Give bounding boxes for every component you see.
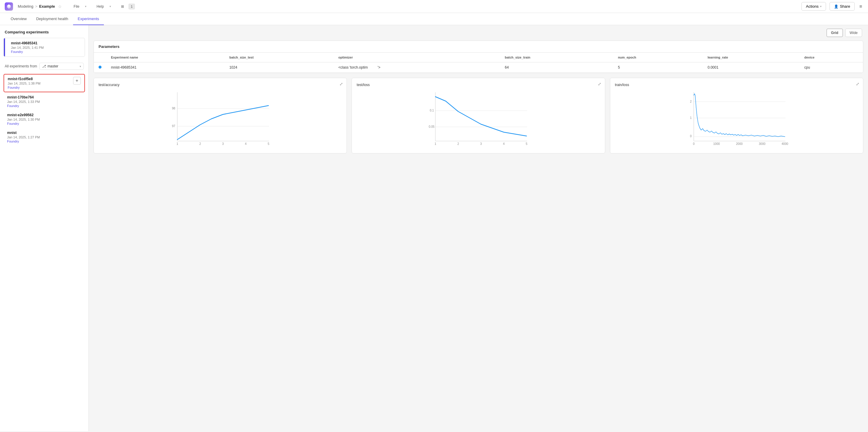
col-experiment-name[interactable]: Experiment name [106, 53, 225, 62]
list-item-date: Jan 14, 2025, 1:33 PM [7, 100, 40, 103]
cell-experiment-name: mnist-49685341 [106, 62, 225, 73]
app-name[interactable]: Modeling [18, 4, 33, 8]
list-item-name: mnist-170be764 [7, 95, 40, 99]
tab-overview[interactable]: Overview [6, 13, 31, 25]
svg-text:4000: 4000 [782, 142, 788, 145]
col-dot [94, 53, 106, 62]
star-icon[interactable]: ☆ [58, 4, 62, 9]
selected-item-source[interactable]: Foundry [11, 50, 44, 54]
expand-icon[interactable]: ⤢ [339, 81, 343, 86]
svg-text:5: 5 [268, 142, 269, 145]
breadcrumb-sep: > [35, 4, 38, 8]
top-menus: File ▾ Help ▾ ⊞ 1 [69, 2, 137, 11]
wide-view-button[interactable]: Wide [845, 29, 862, 37]
branch-icon: ⎇ [42, 64, 46, 68]
list-item-date: Jan 14, 2025, 1:30 PM [7, 118, 40, 121]
chart-area: 98 97 1 2 3 4 5 [98, 89, 342, 148]
svg-text:5: 5 [526, 142, 528, 145]
list-item[interactable]: mnist-f1cdf5e8 Jan 14, 2025, 1:38 PM Fou… [4, 74, 85, 92]
sidebar-header: Comparing experiments [0, 25, 89, 37]
tab-deployment-health[interactable]: Deployment health [31, 13, 73, 25]
svg-text:3000: 3000 [759, 142, 766, 145]
chart-title: test/accuracy [98, 83, 342, 87]
col-device[interactable]: device [800, 53, 863, 62]
cell-num-epoch: 5 [613, 62, 703, 73]
list-item-name: mnist-e2e99562 [7, 113, 40, 117]
svg-text:2: 2 [458, 142, 459, 145]
test-loss-chart: test/loss ⤢ 0.1 0.05 1 [351, 78, 605, 154]
col-batch-size-train[interactable]: batch_size_train [500, 53, 613, 62]
tab-experiments[interactable]: Experiments [73, 13, 104, 25]
train-loss-svg: 2 1 0 0 1000 2000 3000 [615, 89, 858, 148]
experiment-dot [98, 66, 101, 69]
list-item-date: Jan 14, 2025, 1:27 PM [7, 135, 40, 139]
loss-svg: 0.1 0.05 1 2 3 4 5 [356, 89, 600, 148]
svg-text:0: 0 [693, 142, 694, 145]
main-content: Grid Wide Parameters Experiment name bat… [89, 25, 868, 431]
branch-selector-row: All experiments from ⎇ master ▾ [0, 59, 89, 72]
nav-tabs: Overview Deployment health Experiments [0, 13, 868, 25]
svg-text:0: 0 [690, 135, 692, 138]
branch-name: master [48, 64, 79, 68]
hamburger-icon[interactable]: ≡ [858, 3, 863, 10]
svg-text:98: 98 [172, 107, 176, 110]
col-batch-size-test[interactable]: batch_size_test [225, 53, 334, 62]
list-item[interactable]: mnist-e2e99562 Jan 14, 2025, 1:30 PM Fou… [4, 110, 85, 128]
svg-text:0.05: 0.05 [429, 125, 435, 128]
table-row: mnist-49685341 1024 <class 'torch.optim … [94, 62, 863, 73]
list-item[interactable]: mnist Jan 14, 2025, 1:27 PM Foundry [4, 128, 85, 145]
expand-icon[interactable]: ⤢ [856, 81, 860, 86]
chevron-down-icon: ▾ [80, 65, 81, 68]
col-num-epoch[interactable]: num_epoch [613, 53, 703, 62]
share-button[interactable]: 👤 Share [830, 2, 855, 11]
list-item-source[interactable]: Foundry [8, 86, 40, 89]
svg-text:1: 1 [176, 142, 178, 145]
page-name: Example [39, 4, 55, 8]
breadcrumb: Modeling > Example ☆ [18, 4, 62, 9]
selected-experiment-item[interactable]: mnist-49685341 Jan 14, 2025, 1:41 PM Fou… [4, 38, 85, 57]
view-toolbar: Grid Wide [89, 25, 868, 40]
col-learning-rate[interactable]: learning_rate [703, 53, 800, 62]
file-menu[interactable]: File ▾ [69, 2, 91, 11]
parameters-header: Parameters [94, 41, 863, 53]
selection-bar [4, 38, 5, 57]
svg-text:4: 4 [503, 142, 505, 145]
chart-area: 0.1 0.05 1 2 3 4 5 [356, 89, 600, 148]
svg-text:1: 1 [435, 142, 436, 145]
charts-grid: test/accuracy ⤢ 98 97 1 [94, 78, 863, 154]
svg-text:1000: 1000 [713, 142, 720, 145]
cell-batch-size-train: 64 [500, 62, 613, 73]
all-experiments-label: All experiments from [5, 64, 37, 68]
accuracy-svg: 98 97 1 2 3 4 5 [98, 89, 342, 148]
sidebar: Comparing experiments mnist-49685341 Jan… [0, 25, 89, 431]
svg-text:2: 2 [199, 142, 201, 145]
list-item-source[interactable]: Foundry [7, 104, 40, 108]
chart-title: test/loss [356, 83, 600, 87]
svg-text:0.1: 0.1 [430, 109, 434, 112]
add-experiment-button[interactable]: + [73, 77, 81, 85]
svg-text:3: 3 [222, 142, 224, 145]
selected-item-date: Jan 14, 2025, 1:41 PM [11, 46, 44, 49]
svg-text:3: 3 [480, 142, 482, 145]
list-item[interactable]: mnist-170be764 Jan 14, 2025, 1:33 PM Fou… [4, 93, 85, 110]
parameters-table: Experiment name batch_size_test optimize… [94, 53, 863, 73]
instances-badge[interactable]: ⊞ 1 [116, 2, 137, 11]
grid-view-button[interactable]: Grid [827, 29, 843, 37]
chart-area: 2 1 0 0 1000 2000 3000 [615, 89, 858, 148]
train-loss-chart: train/loss ⤢ 2 1 0 [610, 78, 863, 154]
list-item-name: mnist-f1cdf5e8 [8, 77, 40, 81]
expand-icon[interactable]: ⤢ [598, 81, 601, 86]
actions-button[interactable]: Actions ▾ [801, 2, 826, 11]
col-optimizer[interactable]: optimizer [334, 53, 500, 62]
list-item-source[interactable]: Foundry [7, 122, 40, 125]
experiments-list: mnist-f1cdf5e8 Jan 14, 2025, 1:38 PM Fou… [0, 72, 89, 147]
selected-item-name: mnist-49685341 [11, 41, 44, 45]
cell-device: cpu [800, 62, 863, 73]
branch-select[interactable]: ⎇ master ▾ [39, 63, 84, 70]
svg-text:97: 97 [172, 125, 176, 128]
topbar: Modeling > Example ☆ File ▾ Help ▾ ⊞ 1 A… [0, 0, 868, 13]
help-menu[interactable]: Help ▾ [92, 2, 116, 11]
cell-batch-size-test: 1024 [225, 62, 334, 73]
list-item-source[interactable]: Foundry [7, 139, 40, 143]
app-logo [5, 2, 13, 11]
